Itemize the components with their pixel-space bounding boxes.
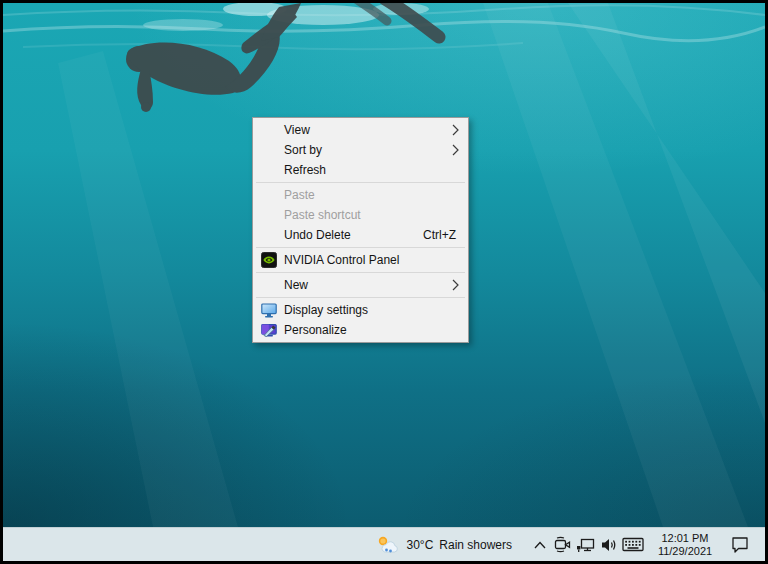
volume-icon: [600, 537, 618, 553]
menu-item-label: New: [284, 278, 452, 292]
menu-item-label: View: [284, 123, 452, 137]
touch-keyboard-icon: [622, 537, 644, 552]
display-icon: [253, 303, 284, 318]
sun-rain-icon: [376, 535, 398, 555]
menu-item-label: Paste: [284, 188, 468, 202]
menu-item-label: Refresh: [284, 163, 468, 177]
touch-keyboard-button[interactable]: [620, 528, 646, 562]
menu-item-paste-shortcut: Paste shortcut: [253, 205, 468, 225]
menu-item-sort-by[interactable]: Sort by: [253, 140, 468, 160]
action-center-button[interactable]: [724, 528, 756, 562]
menu-separator: [256, 247, 465, 248]
menu-separator: [256, 297, 465, 298]
desktop-wallpaper[interactable]: View Sort by Refresh Paste: [3, 3, 765, 527]
menu-item-personalize[interactable]: Personalize: [253, 320, 468, 340]
menu-item-label: Undo Delete: [284, 228, 423, 242]
menu-item-view[interactable]: View: [253, 120, 468, 140]
menu-separator: [256, 272, 465, 273]
weather-temperature: 30°C: [406, 538, 433, 552]
weather-condition: Rain showers: [439, 538, 512, 552]
menu-item-refresh[interactable]: Refresh: [253, 160, 468, 180]
menu-item-paste: Paste: [253, 185, 468, 205]
chevron-right-icon: [452, 124, 459, 136]
chevron-right-icon: [452, 279, 459, 291]
show-hidden-icons-button[interactable]: [528, 528, 551, 562]
menu-item-label: NVIDIA Control Panel: [284, 253, 468, 267]
menu-item-undo-delete[interactable]: Undo Delete Ctrl+Z: [253, 225, 468, 245]
taskbar: 30°C Rain showers: [3, 527, 765, 561]
menu-item-shortcut: Ctrl+Z: [423, 228, 456, 242]
menu-item-label: Display settings: [284, 303, 468, 317]
taskbar-clock[interactable]: 12:01 PM 11/29/2021: [650, 528, 720, 562]
menu-item-display-settings[interactable]: Display settings: [253, 300, 468, 320]
chevron-up-icon: [533, 540, 547, 550]
menu-item-label: Sort by: [284, 143, 452, 157]
menu-separator: [256, 182, 465, 183]
volume-button[interactable]: [597, 528, 620, 562]
desktop-context-menu: View Sort by Refresh Paste: [252, 117, 469, 343]
menu-item-new[interactable]: New: [253, 275, 468, 295]
meet-now-icon: [553, 536, 572, 553]
network-icon: [576, 537, 595, 553]
screenshot-frame: View Sort by Refresh Paste: [0, 0, 768, 564]
action-center-icon: [731, 536, 749, 553]
menu-item-label: Paste shortcut: [284, 208, 468, 222]
meet-now-button[interactable]: [551, 528, 574, 562]
personalize-icon: [253, 323, 284, 338]
menu-item-label: Personalize: [284, 323, 468, 337]
nvidia-icon: [253, 252, 284, 268]
chevron-right-icon: [452, 144, 459, 156]
clock-date: 11/29/2021: [658, 545, 712, 558]
menu-item-nvidia-control-panel[interactable]: NVIDIA Control Panel: [253, 250, 468, 270]
taskbar-weather-widget[interactable]: 30°C Rain showers: [370, 528, 518, 562]
network-button[interactable]: [574, 528, 597, 562]
clock-time: 12:01 PM: [661, 532, 708, 545]
